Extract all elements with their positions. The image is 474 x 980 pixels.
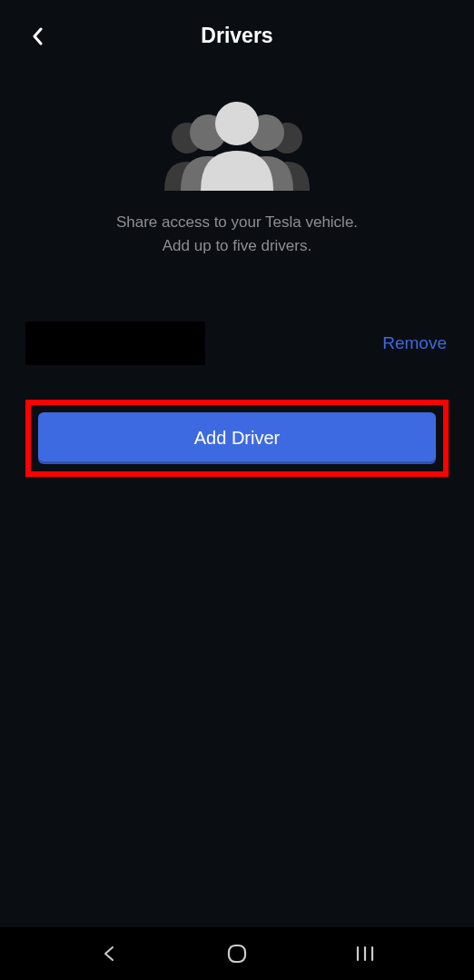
nav-recents-button[interactable] [351,939,380,968]
nav-back-icon [100,945,118,963]
info-text: Share access to your Tesla vehicle. Add … [116,211,358,257]
add-driver-button[interactable]: Add Driver [38,412,436,464]
page-title: Drivers [201,24,272,48]
nav-home-button[interactable] [222,939,252,968]
nav-back-button[interactable] [94,939,123,968]
header: Drivers [0,0,474,54]
svg-rect-5 [229,945,245,962]
driver-row: Remove [0,305,474,381]
info-line-2: Add up to five drivers. [116,234,358,258]
driver-name-redacted [25,322,205,365]
add-driver-highlight: Add Driver [25,400,449,477]
nav-recents-icon [355,945,375,962]
nav-home-icon [226,943,248,965]
hero-section: Share access to your Tesla vehicle. Add … [0,100,474,257]
remove-button[interactable]: Remove [382,333,447,353]
back-button[interactable] [27,25,49,47]
divider [0,293,474,294]
info-line-1: Share access to your Tesla vehicle. [116,211,358,234]
svg-point-4 [215,102,259,145]
chevron-left-icon [31,27,45,45]
drivers-group-icon [146,100,328,191]
system-nav-bar [0,927,474,980]
